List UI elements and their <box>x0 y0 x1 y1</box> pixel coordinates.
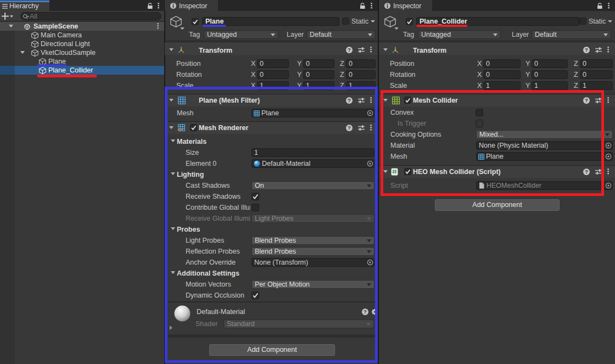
svg-text:?: ? <box>348 47 351 53</box>
svg-text:?: ? <box>585 47 588 53</box>
